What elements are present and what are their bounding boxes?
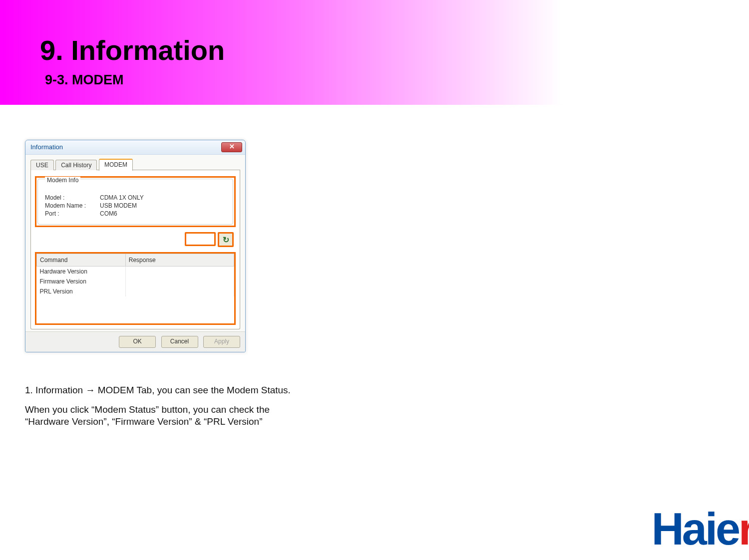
page-subtitle: 9-3. MODEM	[45, 72, 124, 88]
label-port: Port :	[45, 210, 100, 217]
modem-info-highlight: Modem Info Model : CDMA 1X ONLY Modem Na…	[35, 176, 236, 227]
page-title: 9. Information	[40, 34, 225, 66]
tab-panel-modem: Modem Info Model : CDMA 1X ONLY Modem Na…	[30, 170, 240, 329]
dialog-titlebar[interactable]: Information ✕	[25, 140, 245, 155]
haier-logo: Haier	[652, 504, 749, 555]
close-icon: ✕	[229, 143, 235, 150]
cell-response	[125, 277, 234, 286]
description-block: 1. Information → MODEM Tab, you can see …	[25, 384, 295, 435]
modem-status-button[interactable]: ↻	[218, 232, 234, 247]
table-row[interactable]: PRL Version	[37, 286, 234, 296]
value-model: CDMA 1X ONLY	[100, 194, 226, 201]
value-modem-name: USB MODEM	[100, 202, 226, 209]
information-dialog: Information ✕ USE Call History MODEM Mod…	[25, 140, 246, 352]
logo-text-main: Haie	[652, 504, 739, 554]
description-p2: When you click “Modem Status” button, yo…	[25, 404, 295, 428]
col-command[interactable]: Command	[37, 254, 126, 267]
table-row[interactable]: Firmware Version	[37, 277, 234, 286]
col-response[interactable]: Response	[125, 254, 234, 267]
cell-response	[125, 267, 234, 277]
table-row[interactable]: Hardware Version	[37, 267, 234, 277]
logo-text-last: r	[739, 504, 749, 554]
row-model: Model : CDMA 1X ONLY	[45, 194, 226, 201]
cancel-button[interactable]: Cancel	[161, 336, 198, 348]
description-p1: 1. Information → MODEM Tab, you can see …	[25, 384, 295, 397]
apply-button: Apply	[203, 336, 240, 348]
cell-command: Hardware Version	[37, 267, 126, 277]
row-port: Port : COM6	[45, 210, 226, 217]
tab-modem[interactable]: MODEM	[99, 159, 133, 171]
version-table: Command Response Hardware Version Firmwa…	[36, 254, 234, 323]
version-table-highlight: Command Response Hardware Version Firmwa…	[35, 252, 236, 325]
table-spacer	[37, 296, 234, 323]
blank-button[interactable]	[185, 232, 216, 246]
tab-bar: USE Call History MODEM	[30, 159, 240, 170]
label-modem-name: Modem Name :	[45, 202, 100, 209]
action-row: ↻	[35, 232, 236, 247]
dialog-footer: OK Cancel Apply	[25, 331, 245, 352]
tab-use[interactable]: USE	[30, 160, 54, 170]
fieldset-legend: Modem Info	[45, 177, 80, 184]
refresh-icon: ↻	[223, 235, 229, 245]
label-model: Model :	[45, 194, 100, 201]
ok-button[interactable]: OK	[119, 336, 156, 348]
row-modem-name: Modem Name : USB MODEM	[45, 202, 226, 209]
modem-info-fieldset: Modem Info Model : CDMA 1X ONLY Modem Na…	[37, 179, 233, 225]
close-button[interactable]: ✕	[221, 142, 242, 152]
dialog-title: Information	[30, 143, 63, 151]
cell-response	[125, 286, 234, 296]
value-port: COM6	[100, 210, 226, 217]
cell-command: Firmware Version	[37, 277, 126, 286]
tab-call-history[interactable]: Call History	[55, 160, 97, 170]
dialog-body: USE Call History MODEM Modem Info Model …	[25, 155, 245, 331]
cell-command: PRL Version	[37, 286, 126, 296]
